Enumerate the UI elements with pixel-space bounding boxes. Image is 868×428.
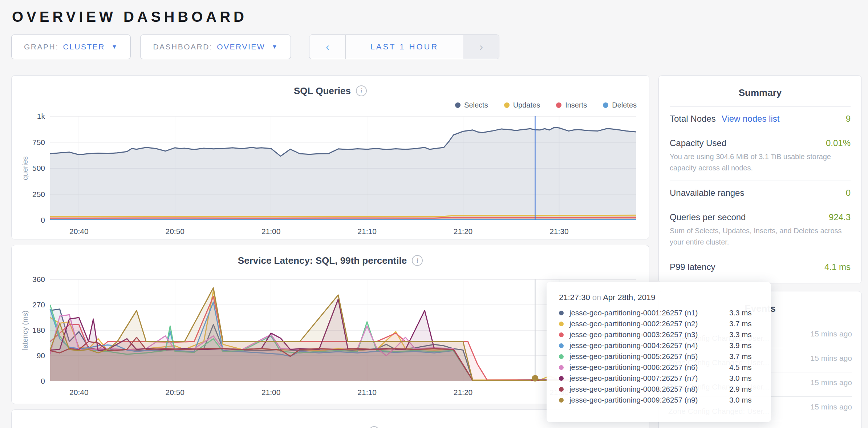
- chart-hover-tooltip: 21:27:30 on Apr 28th, 2019 jesse-geo-par…: [547, 282, 771, 422]
- tooltip-node-row: jesse-geo-partitioning-0009:26257 (n9)3.…: [559, 395, 759, 405]
- svg-text:21:30: 21:30: [549, 227, 569, 235]
- replicas-per-node-chart-title: Replicas per Node: [281, 426, 364, 428]
- tooltip-timestamp: 21:27:30 on Apr 28th, 2019: [559, 293, 759, 302]
- tooltip-node-row: jesse-geo-partitioning-0006:26257 (n6)4.…: [559, 362, 759, 373]
- tooltip-node-name: jesse-geo-partitioning-0008:26257 (n8): [569, 385, 729, 393]
- summary-row-total-nodes: Total Nodes View nodes list 9: [670, 106, 851, 131]
- capacity-used-label: Capacity Used: [670, 138, 726, 148]
- tooltip-rows: jesse-geo-partitioning-0001:26257 (n1)3.…: [559, 307, 759, 405]
- series-dot-icon: [559, 343, 564, 348]
- sql-queries-chart-card: SQL Queries i SelectsUpdatesInsertsDelet…: [11, 75, 649, 239]
- legend-label: Selects: [464, 101, 488, 109]
- graph-dropdown-value: CLUSTER: [63, 43, 105, 51]
- series-dot-icon: [559, 322, 564, 326]
- event-timestamp: 15 mins ago: [809, 377, 852, 388]
- chevron-down-icon: ▼: [272, 44, 278, 50]
- series-dot-icon: [559, 365, 564, 370]
- legend-dot-icon: [556, 102, 561, 108]
- info-icon[interactable]: i: [369, 426, 380, 428]
- legend-dot-icon: [455, 102, 461, 108]
- svg-text:21:00: 21:00: [261, 227, 281, 235]
- time-window-prev-button[interactable]: ‹: [309, 35, 346, 59]
- legend-item-inserts: Inserts: [556, 101, 587, 109]
- graph-dropdown-label: GRAPH:: [24, 43, 59, 51]
- dashboard-dropdown-label: DASHBOARD:: [153, 43, 212, 51]
- event-timestamp: 15 mins ago: [809, 329, 852, 339]
- tooltip-node-name: jesse-geo-partitioning-0002:26257 (n2): [569, 319, 729, 328]
- svg-text:21:10: 21:10: [357, 388, 377, 396]
- tooltip-node-name: jesse-geo-partitioning-0003:26257 (n3): [569, 330, 729, 339]
- tooltip-node-name: jesse-geo-partitioning-0007:26257 (n7): [569, 374, 729, 383]
- p99-latency-value: 4.1 ms: [824, 262, 851, 272]
- info-icon[interactable]: i: [356, 85, 367, 96]
- qps-value: 924.3: [829, 212, 851, 222]
- legend-item-selects: Selects: [455, 101, 488, 109]
- tooltip-node-row: jesse-geo-partitioning-0007:26257 (n7)3.…: [559, 373, 759, 384]
- time-window-next-button[interactable]: ›: [463, 35, 499, 59]
- summary-row-qps: Queries per second 924.3 Sum of Selects,…: [670, 205, 851, 255]
- svg-text:360: 360: [32, 275, 45, 283]
- svg-text:21:00: 21:00: [261, 388, 281, 396]
- capacity-used-value: 0.01%: [826, 138, 851, 148]
- tooltip-node-value: 2.9 ms: [729, 385, 752, 393]
- summary-panel: Summary Total Nodes View nodes list 9 Ca…: [658, 75, 862, 283]
- svg-text:21:20: 21:20: [454, 227, 473, 235]
- legend-label: Inserts: [565, 101, 587, 109]
- tooltip-node-row: jesse-geo-partitioning-0003:26257 (n3)3.…: [559, 329, 759, 340]
- summary-row-p99: P99 latency 4.1 ms: [670, 255, 851, 279]
- view-nodes-list-link[interactable]: View nodes list: [722, 114, 780, 124]
- info-icon[interactable]: i: [412, 255, 423, 266]
- summary-row-capacity: Capacity Used 0.01% You are using 304.6 …: [670, 131, 851, 181]
- svg-text:180: 180: [32, 326, 45, 334]
- sql-queries-legend: SelectsUpdatesInsertsDeletes: [20, 99, 640, 111]
- service-latency-chart-title: Service Latency: SQL, 99th percentile: [238, 255, 407, 266]
- series-dot-icon: [559, 398, 564, 403]
- p99-latency-label: P99 latency: [670, 262, 715, 272]
- svg-text:1k: 1k: [37, 112, 45, 120]
- total-nodes-value: 9: [846, 114, 851, 124]
- qps-label: Queries per second: [670, 212, 746, 222]
- tooltip-node-value: 4.5 ms: [729, 363, 752, 372]
- svg-text:750: 750: [32, 138, 45, 146]
- tooltip-node-row: jesse-geo-partitioning-0002:26257 (n2)3.…: [559, 318, 759, 329]
- svg-text:20:40: 20:40: [69, 227, 89, 235]
- svg-text:0: 0: [41, 377, 45, 385]
- unavailable-ranges-label: Unavailable ranges: [670, 188, 744, 198]
- chevron-down-icon: ▼: [111, 44, 118, 50]
- sql-queries-chart[interactable]: 02505007501k20:4020:5021:0021:1021:2021:…: [20, 111, 641, 237]
- tooltip-node-value: 3.9 ms: [729, 341, 752, 350]
- series-dot-icon: [559, 376, 564, 381]
- svg-text:90: 90: [37, 351, 45, 360]
- time-window-label[interactable]: LAST 1 HOUR: [346, 35, 463, 59]
- dashboard-dropdown[interactable]: DASHBOARD: OVERVIEW ▼: [140, 35, 291, 59]
- unavailable-ranges-value: 0: [846, 188, 851, 198]
- legend-dot-icon: [603, 102, 608, 108]
- summary-row-unavailable-ranges: Unavailable ranges 0: [670, 181, 851, 205]
- capacity-used-description: You are using 304.6 MiB of 3.1 TiB usabl…: [670, 151, 851, 174]
- tooltip-node-name: jesse-geo-partitioning-0004:26257 (n4): [569, 341, 729, 350]
- series-dot-icon: [559, 387, 564, 392]
- total-nodes-label: Total Nodes: [670, 114, 716, 124]
- overview-dashboard-page: OVERVIEW DASHBOARD GRAPH: CLUSTER ▼ DASH…: [0, 0, 868, 428]
- svg-text:21:20: 21:20: [454, 388, 473, 396]
- tooltip-node-name: jesse-geo-partitioning-0001:26257 (n1): [569, 308, 729, 317]
- svg-text:20:50: 20:50: [165, 388, 184, 396]
- tooltip-node-row: jesse-geo-partitioning-0001:26257 (n1)3.…: [559, 307, 759, 318]
- time-window-selector: ‹ LAST 1 HOUR ›: [309, 35, 499, 59]
- tooltip-node-name: jesse-geo-partitioning-0005:26257 (n5): [569, 352, 729, 361]
- event-timestamp: 15 mins ago: [809, 402, 852, 412]
- tooltip-node-name: jesse-geo-partitioning-0009:26257 (n9): [569, 396, 729, 404]
- svg-text:queries: queries: [21, 156, 29, 180]
- tooltip-node-value: 3.7 ms: [729, 352, 752, 361]
- event-timestamp: 15 mins ago: [809, 353, 852, 363]
- graph-dropdown[interactable]: GRAPH: CLUSTER ▼: [11, 35, 131, 59]
- tooltip-node-name: jesse-geo-partitioning-0006:26257 (n6): [569, 363, 729, 372]
- tooltip-node-row: jesse-geo-partitioning-0004:26257 (n4)3.…: [559, 340, 759, 351]
- legend-label: Deletes: [612, 101, 637, 109]
- tooltip-node-value: 3.3 ms: [729, 308, 752, 317]
- legend-item-updates: Updates: [504, 101, 540, 109]
- svg-text:500: 500: [32, 164, 45, 172]
- series-dot-icon: [559, 311, 564, 315]
- page-title: OVERVIEW DASHBOARD: [12, 9, 862, 25]
- legend-label: Updates: [513, 101, 540, 109]
